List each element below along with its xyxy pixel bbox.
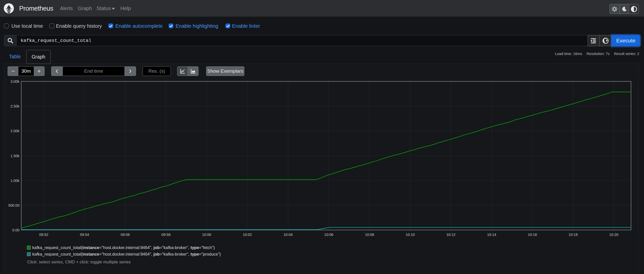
svg-text:09:58: 09:58 <box>161 233 170 237</box>
svg-text:2.50k: 2.50k <box>11 104 20 108</box>
svg-text:500.00: 500.00 <box>8 203 19 207</box>
svg-text:10:08: 10:08 <box>365 233 374 237</box>
svg-text:0.00: 0.00 <box>12 228 19 232</box>
svg-text:10:16: 10:16 <box>528 233 537 237</box>
svg-text:3.00k: 3.00k <box>11 79 20 84</box>
svg-text:10:10: 10:10 <box>406 233 415 237</box>
svg-text:09:52: 09:52 <box>39 233 48 237</box>
svg-text:10:20: 10:20 <box>609 233 618 237</box>
svg-text:09:56: 09:56 <box>121 233 130 237</box>
svg-text:2.00k: 2.00k <box>11 129 20 133</box>
svg-text:10:04: 10:04 <box>283 233 293 237</box>
svg-text:10:18: 10:18 <box>568 233 577 237</box>
svg-text:10:00: 10:00 <box>202 233 211 237</box>
svg-text:1.50k: 1.50k <box>11 154 20 158</box>
svg-text:10:06: 10:06 <box>324 233 333 237</box>
svg-text:10:02: 10:02 <box>243 233 252 237</box>
svg-text:09:54: 09:54 <box>80 233 89 237</box>
svg-text:10:12: 10:12 <box>446 233 456 237</box>
svg-text:10:14: 10:14 <box>487 233 496 237</box>
svg-text:1.00k: 1.00k <box>11 179 20 183</box>
